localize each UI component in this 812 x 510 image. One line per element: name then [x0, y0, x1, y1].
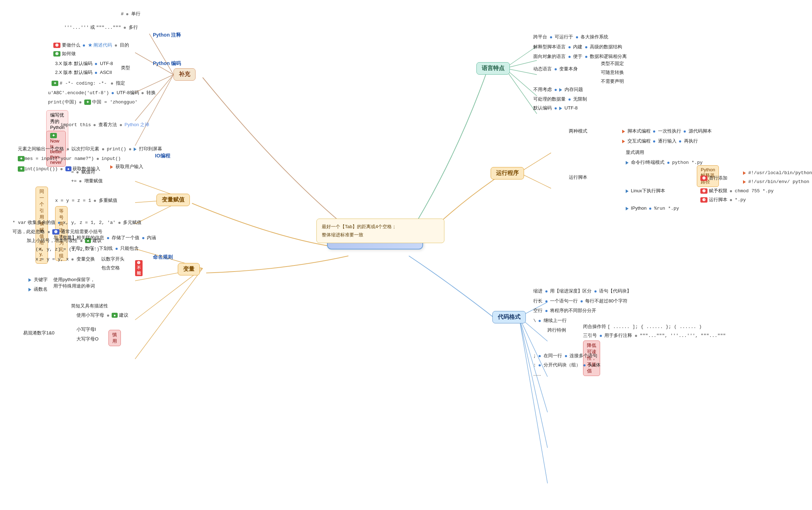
- svg-line-9: [505, 68, 537, 114]
- run-interactive-mode: 交互式编程 逐行输入 再执行: [622, 138, 698, 144]
- svg-line-17: [135, 268, 203, 320]
- code-colon: : 分开代码块（组） 头&体: [533, 362, 600, 368]
- io-print: 元素之间输出一个空格 以次打印元素 print() 打印到屏幕: [18, 146, 162, 152]
- code-bracket: 闭合操作符 [ ...... ]; { ...... }; ( ...... ): [583, 323, 702, 330]
- python-comment-label: Python 注释: [153, 32, 181, 38]
- var-descriptive: 简短又具有描述性: [71, 303, 108, 309]
- run-explicit: 显式调用: [626, 149, 644, 156]
- run-modes-label: 两种模式: [569, 128, 587, 134]
- var-funcname: 函数名: [28, 286, 48, 292]
- var-desc: 与【变量】相关联的信息 存储了一个值 内涵: [53, 235, 156, 241]
- encoding-convert: u'ABC'.encode('utf-8') UTF-8编码 转换: [48, 90, 156, 96]
- yuyan-oop: 面向对象的语言 便于 数据和逻辑相分离: [533, 53, 627, 60]
- comment-why: ❶ 要做什么 ★ 阐述代码 目的: [53, 42, 129, 48]
- yuyan-script: 解释型脚本语言 内建 高级的数据结构: [533, 44, 622, 50]
- yuyan-encoding: 默认编码 UTF-8: [533, 105, 578, 111]
- var-no-digit-start: 以数字开头: [101, 256, 124, 262]
- run-chmod: ❷ 赋予权限 chmod 755 *.py: [700, 188, 774, 194]
- branch-daima: 代码格式: [492, 311, 526, 323]
- zen-import: import this 查看方法 Python 之禅: [60, 122, 149, 128]
- encoding-3x: 3.X 版本 默认编码 UTF-8: [55, 60, 113, 67]
- assign-optional: 可选，此处忽略 ❶ 通常元组需要小括号: [12, 229, 102, 235]
- run-script-mode: 脚本式编程 一次性执行 源代码脚本: [622, 128, 712, 134]
- assign-star: * var 收集多余的值 x, y, z = 1, 2, 'a' 多元赋值: [12, 219, 141, 226]
- assign-swap: x = y = y, x 变量交换: [36, 256, 95, 262]
- branch-buchong: 补充: [173, 68, 196, 81]
- io-get-input: 获取用户输入: [110, 163, 143, 170]
- indent-note: 最好一个【Tab】的距离或4个空格；整体缩进标准要一致: [316, 219, 444, 243]
- io-input: ✦mes = input("your name?") input(): [18, 156, 121, 161]
- var-naming-label: 命名规则: [153, 254, 173, 261]
- assign-inc: += 增量赋值: [71, 178, 103, 184]
- svg-line-0: [149, 34, 173, 75]
- code-linelen: 行长 一个语句一行 每行不超过80个字符: [533, 298, 627, 304]
- svg-line-18: [135, 268, 203, 359]
- encoding-type-label: Python 编码: [153, 60, 181, 67]
- encoding-types: 类型: [121, 65, 130, 71]
- yuyan-data: 可处理的数据量 无限制: [533, 96, 587, 102]
- branch-yuyan: 语言特点: [476, 62, 510, 75]
- svg-line-4: [135, 75, 173, 146]
- run-path2: #!/usr/bin/env/ python: [743, 179, 809, 184]
- svg-line-24: [519, 317, 547, 483]
- var-keyword: 关键字: [28, 277, 48, 283]
- run-linux: Linux下执行脚本: [626, 188, 665, 194]
- run-cmd: 命令行/终端模式 python *.py: [626, 159, 703, 166]
- var-reserved: 使用python保留字，用于特殊用途的单词: [53, 277, 95, 289]
- code-backslash: \ 继续上一行: [533, 317, 567, 324]
- svg-line-23: [519, 317, 547, 448]
- comment-how: ❷ 如何做: [53, 50, 76, 57]
- comment-single: # 单行: [121, 11, 140, 17]
- var-no-space: 包含空格: [101, 265, 120, 271]
- var-O: 大写字母O: [76, 336, 98, 342]
- io-label: IO编程: [155, 153, 170, 159]
- branch-variable: 变量: [178, 263, 200, 275]
- branch-bianliang: 变量赋值: [156, 194, 190, 206]
- assign-eq: = 赋值符: [71, 169, 95, 175]
- branch-yunxing: 运行程序: [491, 167, 524, 179]
- run-ipython: IPython %run *.py: [626, 205, 679, 211]
- code-ellipsis: ......: [533, 371, 541, 377]
- var-confuse: 易混淆数字1&0: [23, 330, 54, 336]
- code-triple-quote: 三引号 用于多行注释 """...""", '''...''', """..."…: [583, 332, 726, 339]
- assign-multi: x = y = z = 1 多重赋值: [55, 197, 117, 204]
- yuyan-mem: 不用考虑 内存问题: [533, 86, 583, 93]
- run-path1: #!/usr/local/bin/python: [743, 170, 812, 176]
- encoding-2x: 2.X 版本 默认编码 ASCII: [55, 69, 112, 76]
- yuyan-type3: 不需要声明: [601, 78, 624, 85]
- encoding-print: print(中国) ✦ 中国 = 'zhongguo': [48, 99, 138, 105]
- code-blankline: 空行 将程序的不同部分分开: [533, 307, 596, 314]
- code-semicolon: ; 在同一行 连接多个语句: [533, 353, 597, 359]
- svg-line-3: [135, 75, 173, 121]
- var-chars: 字母、数字、下划线 只能包含: [71, 245, 139, 252]
- yuyan-platform: 跨平台 可运行于 各大操作系统: [533, 34, 608, 40]
- code-indent: 缩进 用【缩进深度】区分 语句【代码块】: [533, 288, 631, 294]
- yuyan-dynamic: 动态语言 变量本身: [533, 66, 578, 72]
- var-lowercase: 使用小写字母 ● 建议: [76, 312, 128, 318]
- yuyan-type2: 可随意转换: [601, 69, 624, 76]
- encoding-specify: ✦ # -*- coding: -*- 指定: [52, 80, 125, 86]
- comment-multi: '''...''' 或 """...""" 多行: [64, 24, 138, 31]
- var-caution: 慎用: [108, 330, 121, 346]
- yuyan-type1: 类型不固定: [601, 60, 624, 67]
- run-exec: ❸ 运行脚本 *.py: [700, 197, 746, 203]
- code-multiline: 跨行特例: [547, 327, 566, 333]
- run-script-label: 运行脚本: [569, 174, 587, 181]
- run-firstline: ❶ 首行添加: [700, 175, 727, 181]
- var-cannot: ❶不能: [135, 260, 143, 276]
- var-l: 小写字母l: [76, 326, 96, 333]
